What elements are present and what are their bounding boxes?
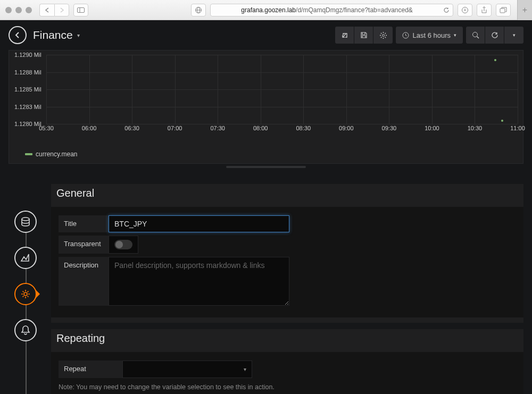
section-heading: Repeating: [51, 329, 523, 352]
x-tick-label: 08:00: [253, 125, 268, 131]
x-tick-label: 09:30: [382, 125, 397, 131]
tab-queries[interactable]: [14, 211, 37, 233]
browser-address-bar[interactable]: grafana.goozen.lab/d/mQamqDmgz/finance?t…: [210, 4, 453, 16]
transparent-toggle[interactable]: [114, 240, 132, 249]
x-tick-label: 07:30: [210, 125, 225, 131]
legend-series-label[interactable]: currency.mean: [36, 150, 77, 158]
share-button[interactable]: [335, 27, 354, 44]
chevron-down-icon: ▾: [454, 32, 456, 38]
graph-panel: 1.1290 Mil1.1288 Mil1.1285 Mil1.1283 Mil…: [9, 50, 523, 164]
svg-point-7: [382, 34, 384, 36]
x-tick-label: 08:30: [296, 125, 311, 131]
x-tick-label: 10:00: [425, 125, 439, 131]
browser-tabs-button[interactable]: [496, 4, 511, 16]
repeat-note: Note: You may need to change the variabl…: [59, 383, 516, 391]
x-tick-label: 10:30: [468, 125, 483, 131]
y-tick-label: 1.1285 Mil: [14, 86, 41, 93]
y-tick-label: 1.1290 Mil: [14, 52, 41, 58]
repeat-select[interactable]: ▾: [122, 361, 252, 378]
tab-visualization[interactable]: [14, 247, 37, 269]
legend-color-swatch: [25, 153, 32, 155]
browser-chrome: grafana.goozen.lab/d/mQamqDmgz/finance?t…: [0, 0, 532, 20]
tab-general[interactable]: [14, 283, 37, 305]
svg-rect-6: [500, 9, 505, 13]
panel-resize-handle[interactable]: [226, 166, 306, 168]
zoom-out-button[interactable]: [466, 27, 485, 44]
chevron-down-icon: ▾: [513, 32, 516, 38]
chart-plot-area[interactable]: 1.1290 Mil1.1288 Mil1.1285 Mil1.1283 Mil…: [46, 55, 518, 124]
browser-downloads-button[interactable]: [458, 4, 472, 16]
dashboard-title: Finance: [33, 29, 73, 41]
browser-url: grafana.goozen.lab/d/mQamqDmgz/finance?t…: [214, 6, 440, 14]
dashboard-header: Finance ▾ Last 6 hours ▾: [0, 20, 532, 50]
x-tick-label: 09:00: [339, 125, 354, 131]
svg-point-10: [22, 217, 29, 221]
browser-back-button[interactable]: [39, 4, 54, 16]
dashboard-title-dropdown[interactable]: Finance ▾: [33, 29, 80, 41]
description-textarea[interactable]: [109, 257, 289, 306]
browser-reload-icon[interactable]: [443, 7, 450, 13]
y-tick-label: 1.1280 Mil: [14, 121, 41, 127]
window-maximize-button[interactable]: [26, 7, 32, 13]
chevron-down-icon: ▾: [244, 366, 246, 372]
window-close-button[interactable]: [5, 7, 12, 13]
chevron-down-icon: ▾: [77, 32, 80, 38]
browser-new-tab-button[interactable]: +: [517, 0, 532, 20]
transparent-label: Transparent: [59, 236, 109, 254]
window-controls: [5, 7, 32, 13]
title-input[interactable]: [109, 215, 289, 232]
svg-rect-0: [78, 7, 85, 12]
chart-legend: currency.mean: [14, 150, 518, 158]
svg-point-11: [24, 292, 27, 296]
svg-point-9: [472, 32, 477, 37]
time-range-label: Last 6 hours: [412, 31, 451, 39]
panel-editor: General Title Transparent Description Re…: [0, 184, 532, 394]
general-section: General Title Transparent Description: [51, 184, 523, 323]
x-tick-label: 11:00: [510, 125, 525, 131]
y-tick-label: 1.1283 Mil: [14, 104, 41, 110]
settings-button[interactable]: [373, 27, 393, 44]
browser-site-settings-button[interactable]: [191, 4, 206, 16]
repeat-label: Repeat: [59, 361, 122, 378]
y-tick-label: 1.1288 Mil: [14, 69, 41, 76]
browser-sidebar-button[interactable]: [73, 4, 88, 16]
refresh-interval-dropdown[interactable]: ▾: [504, 27, 523, 44]
x-tick-label: 05:30: [39, 125, 54, 131]
section-heading: General: [51, 184, 523, 207]
x-tick-label: 07:00: [168, 125, 182, 131]
tab-alert[interactable]: [14, 319, 37, 341]
browser-share-button[interactable]: [477, 4, 492, 16]
title-label: Title: [59, 215, 109, 232]
refresh-button[interactable]: [485, 27, 504, 44]
x-tick-label: 06:00: [82, 125, 97, 131]
window-minimize-button[interactable]: [15, 7, 22, 13]
time-range-picker[interactable]: Last 6 hours ▾: [396, 27, 463, 44]
repeating-section: Repeating Repeat ▾ Note: You may need to…: [51, 329, 523, 394]
description-label: Description: [59, 257, 109, 306]
chart-x-axis: 05:3006:0006:3007:0007:3008:0008:3009:00…: [46, 125, 518, 132]
back-button[interactable]: [9, 26, 27, 44]
x-tick-label: 06:30: [124, 125, 139, 131]
clock-icon: [402, 32, 409, 39]
save-button[interactable]: [354, 27, 373, 44]
browser-forward-button[interactable]: [54, 4, 69, 16]
editor-tab-rail: [0, 184, 51, 394]
